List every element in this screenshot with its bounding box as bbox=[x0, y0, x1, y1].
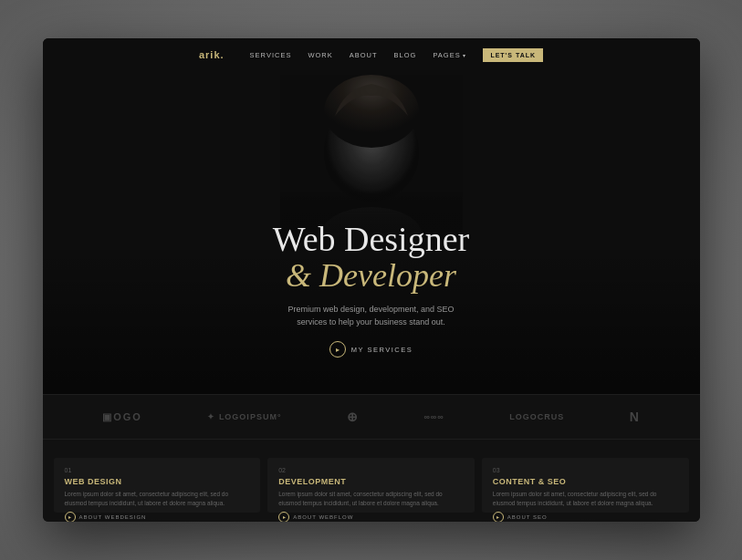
hero-cta-button[interactable]: ▸ MY SERVICES bbox=[329, 341, 413, 358]
service-title-3: CONTENT & SEO bbox=[493, 477, 678, 486]
logo-item-5: LOGOCRUS bbox=[509, 412, 564, 421]
browser-window: arik. SERVICES WORK ABOUT BLOG PAGES LET… bbox=[43, 38, 700, 522]
logo-item-2: ✦ logoipsum° bbox=[207, 412, 281, 421]
service-num-3: 03 bbox=[493, 467, 678, 473]
service-desc-3: Lorem ipsum dolor sit amet, consectetur … bbox=[493, 490, 678, 508]
nav-cta-button[interactable]: LET'S TALK bbox=[483, 48, 543, 62]
service-link-text-2: ABOUT WEBFLOW bbox=[293, 514, 353, 520]
logo-item-4: ∞∞∞ bbox=[423, 412, 444, 421]
service-link-2[interactable]: ▸ ABOUT WEBFLOW bbox=[278, 512, 464, 523]
service-card-development: 02 DEVELOPMENT Lorem ipsum dolor sit ame… bbox=[267, 458, 475, 513]
nav-link-about[interactable]: ABOUT bbox=[350, 51, 378, 59]
nav-link-blog[interactable]: BLOG bbox=[394, 51, 417, 59]
service-link-circle-2: ▸ bbox=[278, 512, 289, 523]
nav-link-pages[interactable]: PAGES bbox=[433, 51, 466, 59]
service-link-3[interactable]: ▸ ABOUT SEO bbox=[493, 512, 678, 523]
service-card-webdesign: 01 WEB DESIGN Lorem ipsum dolor sit amet… bbox=[54, 458, 261, 513]
service-title-1: WEB DESIGN bbox=[65, 477, 250, 486]
hero-title-italic: & Developer bbox=[43, 258, 700, 295]
hero-text-block: Web Designer & Developer Premium web des… bbox=[43, 221, 700, 358]
service-link-circle-1: ▸ bbox=[65, 512, 76, 523]
service-link-text-3: ABOUT SEO bbox=[507, 514, 548, 520]
hero-cta-label: MY SERVICES bbox=[351, 346, 413, 354]
nav-link-services[interactable]: SERVICES bbox=[250, 51, 292, 59]
service-desc-1: Lorem ipsum dolor sit amet, consectetur … bbox=[65, 490, 250, 508]
service-desc-2: Lorem ipsum dolor sit amet, consectetur … bbox=[278, 490, 464, 508]
hero-subtitle: Premium web design, development, and SEO… bbox=[43, 304, 700, 328]
logo-item-1: ▣OGO bbox=[102, 411, 142, 423]
service-num-1: 01 bbox=[65, 467, 250, 473]
service-link-1[interactable]: ▸ ABOUT WEBDESIGN bbox=[65, 512, 250, 523]
logos-bar: ▣OGO ✦ logoipsum° ⊕ ∞∞∞ LOGOCRUS N bbox=[43, 394, 700, 440]
service-link-circle-3: ▸ bbox=[493, 512, 504, 523]
hero-section: Web Designer & Developer Premium web des… bbox=[43, 38, 700, 394]
service-title-2: DEVELOPMENT bbox=[278, 477, 464, 486]
nav-link-work[interactable]: WORK bbox=[308, 51, 332, 59]
service-num-2: 02 bbox=[278, 467, 464, 473]
logo-item-3: ⊕ bbox=[347, 410, 359, 424]
navbar: arik. SERVICES WORK ABOUT BLOG PAGES LET… bbox=[43, 38, 700, 71]
service-card-seo: 03 CONTENT & SEO Lorem ipsum dolor sit a… bbox=[482, 458, 689, 513]
logo-item-6: N bbox=[630, 410, 640, 424]
nav-logo: arik. bbox=[199, 49, 225, 60]
hero-cta-circle: ▸ bbox=[329, 341, 346, 358]
hero-title-main: Web Designer bbox=[43, 221, 700, 259]
services-row: 01 WEB DESIGN Lorem ipsum dolor sit amet… bbox=[43, 449, 700, 522]
service-link-text-1: ABOUT WEBDESIGN bbox=[79, 514, 147, 520]
